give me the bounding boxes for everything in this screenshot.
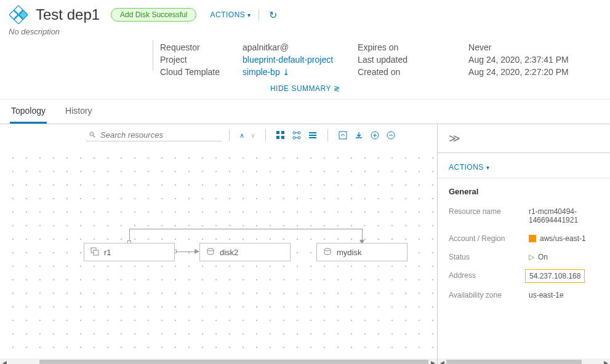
disk-icon: [323, 247, 332, 258]
svg-point-25: [207, 248, 214, 251]
updated-label: Last updated: [358, 55, 425, 65]
chevron-down-icon: ▾: [247, 12, 251, 18]
scroll-right-arrow[interactable]: ▶: [601, 358, 610, 364]
section-general: General: [438, 178, 610, 202]
resource-name-label: Resource name: [449, 207, 529, 216]
topology-canvas[interactable]: 🔍︎ ∧ ∨: [0, 124, 438, 364]
status-label: Status: [449, 253, 529, 261]
svg-point-10: [293, 136, 295, 139]
expires-value: Never: [468, 42, 569, 52]
download-button[interactable]: [351, 129, 366, 141]
svg-rect-7: [281, 136, 284, 139]
refresh-button[interactable]: ↻: [267, 9, 279, 21]
scroll-right-arrow[interactable]: ▶: [428, 358, 437, 364]
svg-point-8: [293, 132, 295, 134]
list-view-button[interactable]: [305, 129, 320, 141]
zoom-in-button[interactable]: [367, 129, 382, 141]
tab-topology[interactable]: Topology: [10, 100, 47, 124]
account-label: Account / Region: [449, 234, 529, 243]
description: No description: [0, 27, 610, 40]
updated-value: Aug 24, 2020, 2:37:41 PM: [468, 55, 569, 65]
nav-up-button[interactable]: ∧: [237, 130, 247, 141]
svg-rect-1: [9, 10, 18, 19]
scroll-thumb[interactable]: [39, 360, 428, 364]
hide-summary-button[interactable]: HIDE SUMMARY ≷: [0, 77, 610, 99]
chevron-down-icon: ▾: [486, 164, 490, 171]
details-panel: ≫ ACTIONS ▾ General Resource name r1-mcm…: [438, 124, 610, 364]
svg-rect-4: [276, 131, 279, 134]
search-input[interactable]: [100, 130, 219, 140]
panel-actions-menu[interactable]: ACTIONS ▾: [438, 153, 610, 178]
nav-down-button[interactable]: ∨: [248, 130, 258, 141]
node-r1[interactable]: r1: [84, 243, 175, 261]
template-label: Cloud Template: [160, 67, 234, 77]
collapse-icon: ≷: [334, 84, 340, 93]
account-value: aws/us-east-1: [529, 234, 599, 243]
az-value: us-east-1e: [529, 291, 599, 299]
scroll-left-arrow[interactable]: ◀: [438, 358, 446, 364]
svg-rect-24: [94, 250, 98, 255]
horizontal-scrollbar[interactable]: ◀ ▶: [0, 358, 437, 364]
zoom-out-button[interactable]: [383, 129, 398, 141]
svg-point-11: [298, 136, 300, 139]
divider: [153, 40, 153, 71]
divider: [259, 9, 259, 20]
project-link[interactable]: blueprint-default-project: [243, 55, 333, 65]
resource-name-value: r1-mcm40494-146694441921: [529, 207, 599, 224]
address-value: 54.237.108.168: [529, 271, 599, 281]
project-label: Project: [160, 55, 234, 65]
status-badge: Add Disk Successful: [111, 8, 196, 22]
actions-menu[interactable]: ACTIONS ▾: [210, 10, 251, 19]
aws-icon: [529, 235, 536, 242]
created-value: Aug 24, 2020, 2:27:20 PM: [468, 67, 569, 77]
page-title: Test dep1: [36, 6, 100, 23]
app-logo: [9, 5, 28, 25]
search-icon: 🔍︎: [89, 130, 97, 140]
az-label: Availability zone: [449, 291, 529, 299]
panel-scrollbar[interactable]: ◀ ▶: [438, 358, 610, 364]
node-mydisk[interactable]: mydisk: [316, 243, 407, 261]
created-label: Created on: [358, 67, 425, 77]
svg-point-9: [298, 132, 300, 134]
disk-icon: [206, 247, 215, 258]
svg-rect-2: [19, 10, 28, 19]
play-icon: ▷: [529, 253, 534, 261]
scroll-left-arrow[interactable]: ◀: [0, 358, 9, 364]
svg-rect-6: [276, 136, 279, 139]
status-value: ▷ On: [529, 253, 599, 261]
address-label: Address: [449, 271, 529, 280]
svg-point-26: [324, 248, 331, 251]
svg-rect-17: [339, 132, 347, 139]
node-disk2[interactable]: disk2: [199, 243, 291, 261]
requestor-value: apalnitkar@: [243, 42, 333, 52]
panel-collapse-button[interactable]: ≫: [438, 124, 610, 153]
network-view-button[interactable]: [289, 129, 304, 141]
expires-label: Expires on: [358, 42, 425, 52]
svg-rect-5: [281, 131, 284, 134]
tab-history[interactable]: History: [64, 100, 94, 124]
vm-icon: [90, 247, 99, 258]
search-input-wrap[interactable]: 🔍︎: [86, 129, 222, 141]
expand-button[interactable]: [335, 129, 350, 141]
template-link[interactable]: simple-bp: [243, 67, 333, 77]
scroll-thumb[interactable]: [446, 360, 582, 364]
requestor-label: Requestor: [160, 42, 234, 52]
grid-view-button[interactable]: [273, 129, 288, 141]
